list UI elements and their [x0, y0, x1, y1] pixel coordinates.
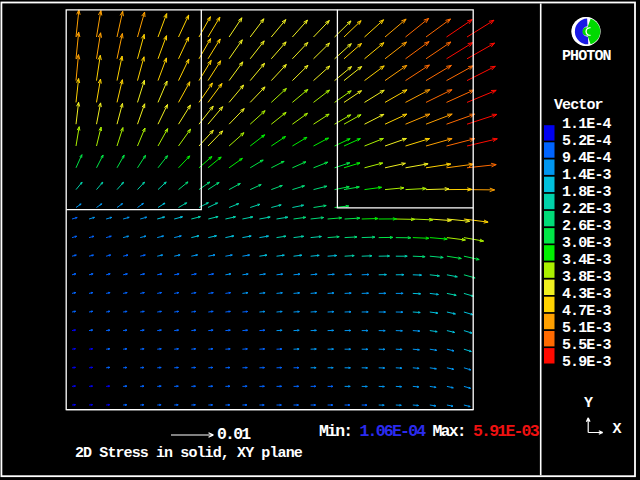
- svg-text:Vector: Vector: [554, 97, 603, 114]
- svg-text:Y: Y: [584, 395, 593, 412]
- svg-text:1.8E-3: 1.8E-3: [562, 184, 612, 201]
- svg-text:0.01: 0.01: [217, 425, 251, 444]
- svg-text:X: X: [613, 421, 622, 438]
- svg-text:3.4E-3: 3.4E-3: [562, 252, 612, 269]
- svg-text:PHOTON: PHOTON: [562, 48, 612, 65]
- svg-text:Min: 1.06E-04 Max: 5.91E-03: Min: 1.06E-04 Max: 5.91E-03: [319, 422, 540, 441]
- svg-text:3.8E-3: 3.8E-3: [562, 269, 612, 286]
- svg-text:1.1E-4: 1.1E-4: [562, 116, 612, 133]
- svg-text:2.2E-3: 2.2E-3: [562, 201, 612, 218]
- svg-text:5.9E-3: 5.9E-3: [562, 354, 612, 371]
- svg-text:5.5E-3: 5.5E-3: [562, 337, 612, 354]
- svg-text:2.6E-3: 2.6E-3: [562, 218, 612, 235]
- svg-text:4.7E-3: 4.7E-3: [562, 303, 612, 320]
- svg-text:3.0E-3: 3.0E-3: [562, 235, 612, 252]
- svg-text:4.3E-3: 4.3E-3: [562, 286, 612, 303]
- svg-text:2D Stress in solid, XY plane: 2D Stress in solid, XY plane: [75, 445, 303, 462]
- svg-text:1.4E-3: 1.4E-3: [562, 167, 612, 184]
- svg-text:5.1E-3: 5.1E-3: [562, 320, 612, 337]
- svg-text:5.2E-4: 5.2E-4: [562, 133, 612, 150]
- svg-text:9.4E-4: 9.4E-4: [562, 150, 612, 167]
